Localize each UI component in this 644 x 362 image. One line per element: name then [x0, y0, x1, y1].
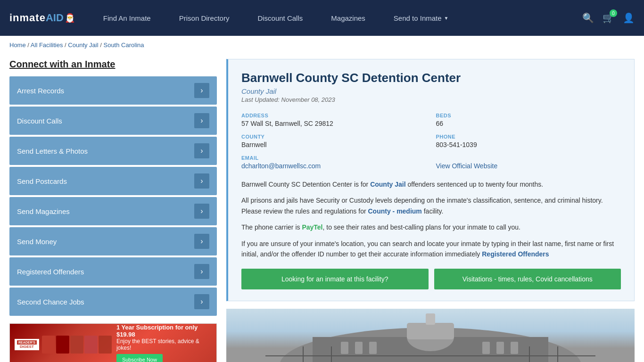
phone-value: 803-541-1039 [436, 141, 621, 148]
logo-text: inmate [9, 12, 46, 24]
breadcrumb-home[interactable]: Home [9, 41, 26, 49]
building-image [226, 309, 635, 362]
breadcrumb-all-facilities[interactable]: All Facilities [31, 41, 63, 49]
nav-prison-directory[interactable]: Prison Directory [165, 0, 244, 36]
building-svg [265, 309, 595, 362]
chevron-right-icon: › [194, 264, 209, 279]
phone-label: PHONE [436, 134, 621, 140]
sidebar-label: Send Postcards [17, 177, 67, 185]
sidebar-label: Discount Calls [17, 117, 62, 125]
beds-label: BEDS [436, 113, 621, 118]
address-value: 57 Wall St, Barnwell, SC 29812 [241, 120, 427, 127]
search-icon[interactable]: 🔍 [582, 12, 594, 24]
ad-inner: READER'S DIGEST [10, 324, 216, 362]
chevron-right-icon: › [194, 294, 209, 309]
breadcrumb-south-carolina[interactable]: South Carolina [103, 41, 144, 49]
sidebar-item-send-money[interactable]: Send Money › [9, 227, 217, 255]
sidebar-item-discount-calls[interactable]: Discount Calls › [9, 107, 217, 135]
ad-subscribe-button[interactable]: Subscribe Now [116, 354, 163, 362]
county-jail-link[interactable]: County Jail [370, 181, 405, 188]
desc-paragraph-3: The phone carrier is PayTel, to see thei… [241, 222, 621, 232]
action-buttons: Looking for an inmate at this facility? … [241, 269, 621, 289]
sidebar-item-registered-offenders[interactable]: Registered Offenders › [9, 257, 217, 286]
chevron-right-icon: › [194, 113, 209, 128]
description-block: Barnwell County SC Detention Center is f… [241, 179, 621, 259]
main-container: Connect with an Inmate Arrest Records › … [0, 54, 644, 362]
registered-offenders-link[interactable]: Registered Offenders [482, 250, 549, 258]
address-label: ADDRESS [241, 113, 427, 118]
desc-paragraph-4: If you are unsure of your inmate's locat… [241, 239, 621, 260]
chevron-right-icon: › [194, 173, 209, 189]
paytel-link[interactable]: PayTel [302, 223, 322, 231]
email-block: EMAIL dcharlton@barnwellsc.com [241, 155, 427, 170]
header: inmate AID 🎅 Find An Inmate Prison Direc… [0, 0, 644, 36]
breadcrumb: Home / All Facilities / County Jail / So… [0, 36, 644, 54]
sidebar-item-second-chance-jobs[interactable]: Second Chance Jobs › [9, 288, 217, 316]
ad-banner: READER'S DIGEST [9, 323, 217, 362]
logo-icon: 🎅 [65, 13, 75, 23]
dropdown-arrow-icon: ▼ [444, 16, 449, 21]
desc-paragraph-1: Barnwell County SC Detention Center is f… [241, 179, 621, 189]
county-value: Barnwell [241, 141, 427, 148]
sidebar-label: Send Letters & Photos [17, 147, 88, 155]
address-block: ADDRESS 57 Wall St, Barnwell, SC 29812 [241, 113, 427, 127]
user-icon[interactable]: 👤 [623, 12, 635, 24]
sidebar-title: Connect with an Inmate [9, 59, 217, 70]
sidebar-item-send-postcards[interactable]: Send Postcards › [9, 167, 217, 195]
sidebar-menu: Arrest Records › Discount Calls › Send L… [9, 76, 217, 316]
sidebar-label: Arrest Records [17, 87, 64, 95]
chevron-right-icon: › [194, 83, 209, 98]
email-label: EMAIL [241, 155, 427, 161]
find-inmate-button[interactable]: Looking for an inmate at this facility? [241, 269, 429, 289]
cart-wrapper[interactable]: 🛒 0 [603, 12, 614, 24]
sidebar-label: Second Chance Jobs [17, 298, 84, 306]
svg-rect-6 [355, 342, 363, 354]
beds-value: 66 [436, 120, 621, 127]
sidebar-item-send-magazines[interactable]: Send Magazines › [9, 197, 217, 225]
svg-rect-9 [496, 342, 504, 354]
sidebar-label: Registered Offenders [17, 268, 84, 276]
facility-updated: Last Updated: November 08, 2023 [241, 96, 621, 103]
svg-rect-8 [482, 342, 490, 354]
svg-rect-7 [369, 342, 377, 354]
county-block: COUNTY Barnwell [241, 134, 427, 148]
svg-rect-4 [426, 313, 435, 325]
visitations-button[interactable]: Visitations - times, rules, Covid cancel… [434, 269, 621, 289]
svg-rect-3 [407, 323, 454, 339]
email-link[interactable]: dcharlton@barnwellsc.com [241, 162, 321, 170]
facility-name: Barnwell County SC Detention Center [241, 71, 621, 85]
svg-rect-10 [511, 342, 518, 354]
sidebar-label: Send Magazines [17, 207, 70, 215]
cart-badge: 0 [610, 9, 617, 17]
header-actions: 🔍 🛒 0 👤 [582, 12, 635, 24]
ad-label: READER'S [17, 340, 37, 345]
svg-rect-5 [341, 342, 348, 354]
nav-send-to-inmate[interactable]: Send to Inmate ▼ [380, 0, 463, 36]
desc-paragraph-2: All prisons and jails have Security or C… [241, 195, 621, 216]
county-medium-link[interactable]: County - medium [368, 207, 421, 215]
nav-find-inmate[interactable]: Find An Inmate [89, 0, 165, 36]
sidebar-item-send-letters[interactable]: Send Letters & Photos › [9, 137, 217, 165]
facility-type: County Jail [241, 87, 621, 95]
facility-card: Barnwell County SC Detention Center Coun… [226, 59, 635, 301]
nav-discount-calls[interactable]: Discount Calls [243, 0, 317, 36]
official-website-link[interactable]: View Official Website [436, 162, 498, 170]
breadcrumb-county-jail[interactable]: County Jail [68, 41, 98, 49]
main-nav: Find An Inmate Prison Directory Discount… [89, 0, 582, 36]
phone-block: PHONE 803-541-1039 [436, 134, 621, 148]
chevron-right-icon: › [194, 204, 209, 219]
ad-text: 1 Year Subscription for only $19.98 Enjo… [116, 324, 212, 362]
chevron-right-icon: › [194, 143, 209, 158]
sidebar-label: Send Money [17, 238, 57, 246]
nav-magazines[interactable]: Magazines [317, 0, 380, 36]
website-block: View Official Website [436, 155, 621, 170]
county-label: COUNTY [241, 134, 427, 140]
logo-aid: AID [46, 12, 64, 24]
beds-block: BEDS 66 [436, 113, 621, 127]
main-content: Barnwell County SC Detention Center Coun… [226, 59, 635, 362]
logo[interactable]: inmate AID 🎅 [9, 12, 75, 24]
facility-info-grid: ADDRESS 57 Wall St, Barnwell, SC 29812 B… [241, 113, 621, 170]
chevron-right-icon: › [194, 234, 209, 249]
sidebar-item-arrest-records[interactable]: Arrest Records › [9, 76, 217, 105]
sidebar: Connect with an Inmate Arrest Records › … [9, 59, 217, 362]
